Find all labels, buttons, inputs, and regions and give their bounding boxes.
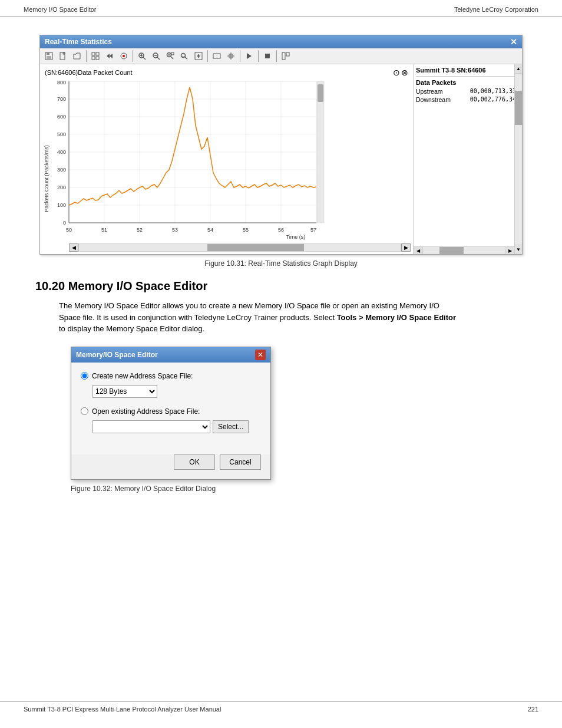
svg-marker-8 [107, 54, 110, 58]
dialog-file-row: Select... [92, 420, 261, 433]
right-panel: Summit T3-8 SN:64606 Data Packets Upstre… [413, 64, 522, 254]
svg-rect-36 [265, 54, 270, 58]
right-panel-hscrollbar[interactable]: ◀ ▶ [414, 246, 514, 254]
svg-text:500: 500 [57, 131, 66, 137]
toolbar-zoomout-button[interactable] [150, 50, 163, 62]
svg-rect-38 [286, 52, 289, 56]
dialog-close-button[interactable]: ✕ [255, 350, 266, 360]
toolbar-crosshair-button[interactable] [224, 50, 237, 62]
toolbar-stop-button[interactable] [261, 50, 274, 62]
rts-window: Real-Time Statistics ✕ [39, 35, 523, 255]
chart-controls: ⊙ ⊗ [393, 68, 408, 77]
dialog-dropdown-row: 128 Bytes 256 Bytes 512 Bytes 1 KB [92, 385, 261, 398]
svg-text:Packets Count (Packets/ms): Packets Count (Packets/ms) [44, 145, 49, 212]
toolbar-sep-2 [133, 50, 133, 62]
radio-create[interactable] [81, 372, 88, 380]
toolbar-sep-3 [207, 50, 208, 62]
toolbar-zoomfit-button[interactable] [164, 50, 177, 62]
right-hscroll-thumb[interactable] [439, 247, 464, 254]
rts-title: Real-Time Statistics [45, 38, 112, 46]
toolbar-expand-button[interactable] [210, 50, 223, 62]
toolbar-sep-1 [86, 50, 87, 62]
chart-title: (SN:64606)Data Packet Count [45, 69, 133, 76]
cancel-button[interactable]: Cancel [220, 454, 261, 470]
right-scroll-thumb[interactable] [515, 91, 522, 125]
svg-text:56: 56 [278, 227, 284, 233]
toolbar-skipback-button[interactable] [103, 50, 116, 62]
svg-text:+: + [182, 54, 184, 58]
dialog-body: Create new Address Space File: 128 Bytes… [71, 363, 270, 454]
svg-rect-75 [318, 84, 323, 102]
svg-text:0: 0 [63, 220, 66, 226]
toolbar-config-button[interactable] [279, 50, 292, 62]
dialog-window: Memory/IO Space Editor ✕ Create new Addr… [71, 347, 271, 480]
svg-text:53: 53 [172, 227, 178, 233]
chart-scroll-thumb[interactable] [207, 244, 304, 251]
toolbar-zoomin-button[interactable] [135, 50, 148, 62]
right-panel-data-packets: Data Packets Upstream 00,000,713,332 Dow… [416, 79, 520, 104]
toolbar-new-button[interactable] [57, 50, 70, 62]
header-left: Memory I/O Space Editor [24, 6, 97, 13]
select-button[interactable]: Select... [213, 420, 249, 433]
rts-close-button[interactable]: ✕ [510, 37, 517, 47]
svg-rect-4 [92, 52, 95, 55]
toolbar-grid-button[interactable] [89, 50, 102, 62]
svg-text:50: 50 [66, 227, 72, 233]
chart-area: (SN:64606)Data Packet Count ⊙ ⊗ [40, 64, 413, 254]
toolbar-open-button[interactable] [71, 50, 84, 62]
svg-rect-7 [96, 57, 99, 60]
section-title: Memory I/O Space Editor [68, 279, 208, 292]
rts-content-area: (SN:64606)Data Packet Count ⊙ ⊗ [40, 64, 522, 254]
right-hscroll-left[interactable]: ◀ [414, 247, 423, 254]
section-heading: 10.20 Memory I/O Space Editor [35, 279, 527, 293]
right-scroll-track[interactable] [515, 74, 522, 245]
radio-open[interactable] [81, 407, 88, 415]
right-panel-scrollbar[interactable]: ▲ ▼ [514, 64, 522, 254]
svg-rect-5 [96, 52, 99, 55]
svg-line-20 [171, 57, 173, 59]
right-panel-section-title: Data Packets [416, 79, 520, 86]
right-hscroll-right[interactable]: ▶ [505, 247, 514, 254]
chart-hscrollbar[interactable]: ◀ ▶ [69, 243, 411, 252]
chart-scroll-right[interactable]: ▶ [401, 243, 411, 252]
toolbar-record-button[interactable] [117, 50, 130, 62]
toolbar-zoomplus-button[interactable] [192, 50, 205, 62]
chart-target-icon[interactable]: ⊙ [393, 68, 400, 77]
upstream-row: Upstream 00,000,713,332 [416, 87, 520, 95]
footer-right: 221 [528, 706, 538, 713]
upstream-value: 00,000,713,332 [470, 88, 520, 95]
svg-rect-74 [317, 81, 324, 223]
ok-button[interactable]: OK [174, 454, 215, 470]
page-header: Memory I/O Space Editor Teledyne LeCroy … [0, 0, 562, 17]
rts-toolbar: + [40, 48, 522, 64]
body-text-bold: Tools > Memory I/O Space Editor [337, 313, 456, 322]
svg-rect-2 [47, 56, 51, 59]
main-content: Real-Time Statistics ✕ [0, 17, 562, 528]
page-footer: Summit T3-8 PCI Express Multi-Lane Proto… [0, 701, 562, 716]
svg-text:800: 800 [57, 80, 66, 85]
svg-line-13 [143, 57, 146, 60]
right-hscroll-track[interactable] [423, 247, 505, 254]
toolbar-save-button[interactable] [42, 50, 55, 62]
chart-scroll-left[interactable]: ◀ [69, 243, 78, 252]
toolbar-play-button[interactable] [243, 50, 256, 62]
svg-text:300: 300 [57, 167, 66, 173]
dialog-option-open: Open existing Address Space File: [81, 407, 261, 416]
svg-rect-23 [171, 52, 174, 55]
toolbar-zoomarea-button[interactable]: + [178, 50, 191, 62]
svg-line-25 [185, 57, 187, 60]
chart-scroll-track[interactable] [78, 243, 401, 252]
svg-text:51: 51 [101, 227, 107, 233]
chart-close-icon[interactable]: ⊗ [401, 68, 408, 77]
toolbar-sep-5 [258, 50, 259, 62]
svg-rect-6 [92, 57, 95, 60]
file-select[interactable] [92, 420, 210, 433]
chart-title-bar: (SN:64606)Data Packet Count ⊙ ⊗ [42, 67, 411, 78]
svg-line-17 [157, 57, 160, 60]
header-right: Teledyne LeCroy Corporation [454, 6, 538, 13]
right-scroll-down[interactable]: ▼ [515, 245, 522, 254]
figure-32-container: Memory/IO Space Editor ✕ Create new Addr… [71, 347, 527, 493]
svg-point-11 [123, 55, 125, 57]
right-scroll-up[interactable]: ▲ [515, 64, 522, 74]
size-dropdown[interactable]: 128 Bytes 256 Bytes 512 Bytes 1 KB [92, 385, 157, 398]
